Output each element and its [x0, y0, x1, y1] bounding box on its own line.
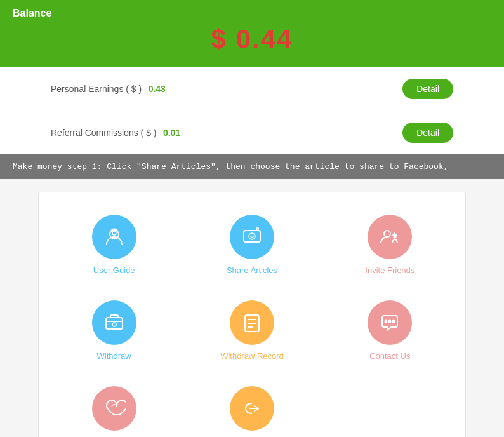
user-guide-label: User Guide	[93, 266, 135, 275]
svg-rect-4	[244, 231, 260, 242]
menu-item-follow-us[interactable]: Follow Us	[45, 377, 183, 437]
referral-label-text: Referral Commissions ( $ )	[51, 128, 156, 138]
menu-item-withdraw[interactable]: Withdraw	[45, 291, 183, 370]
contact-us-label: Contact Us	[369, 351, 410, 361]
referral-value: 0.01	[163, 128, 180, 138]
withdraw-label: Withdraw	[97, 351, 131, 361]
referral-commissions-row: Referral Commissions ( $ ) 0.01 Detail	[51, 111, 453, 154]
svg-rect-10	[106, 318, 123, 329]
balance-amount: $ 0.44	[13, 24, 491, 55]
log-out-icon	[230, 386, 274, 431]
invite-friends-label: Invite Friends	[365, 266, 414, 275]
svg-point-16	[385, 321, 387, 323]
invite-friends-icon	[368, 215, 412, 259]
user-guide-icon	[92, 215, 136, 259]
referral-detail-button[interactable]: Detail	[402, 123, 453, 143]
personal-detail-button[interactable]: Detail	[402, 79, 453, 99]
menu-item-share-articles[interactable]: Share Articles	[183, 205, 321, 285]
earnings-section: Personal Earnings ( $ ) 0.43 Detail Refe…	[0, 67, 504, 154]
follow-us-icon	[92, 386, 136, 431]
header-title: Balance	[13, 8, 491, 19]
withdraw-record-icon	[230, 300, 274, 345]
withdraw-record-label: Withdraw Record	[220, 351, 284, 361]
svg-point-18	[393, 321, 395, 323]
menu-item-log-out[interactable]: Log Out	[183, 377, 321, 437]
contact-us-icon	[368, 300, 412, 345]
menu-item-withdraw-record[interactable]: Withdraw Record	[183, 291, 321, 370]
svg-point-11	[112, 323, 116, 326]
withdraw-icon	[92, 300, 136, 345]
menu-grid: User Guide Share Articles Invite Friends…	[38, 192, 466, 437]
menu-container: User Guide Share Articles Invite Friends…	[0, 179, 504, 437]
menu-item-contact-us[interactable]: Contact Us	[321, 291, 459, 370]
menu-item-invite-friends[interactable]: Invite Friends	[321, 205, 459, 285]
svg-point-1	[112, 231, 116, 235]
personal-earnings-row: Personal Earnings ( $ ) 0.43 Detail	[51, 67, 453, 111]
svg-point-17	[389, 321, 391, 323]
svg-point-6	[384, 231, 390, 237]
share-articles-icon	[230, 215, 274, 259]
personal-label-text: Personal Earnings ( $ )	[51, 84, 142, 94]
share-articles-label: Share Articles	[227, 266, 277, 275]
header: Balance $ 0.44	[0, 0, 504, 67]
banner-text: Make money step 1: Click "Share Articles…	[13, 162, 449, 171]
menu-item-user-guide[interactable]: User Guide	[45, 205, 183, 285]
banner: Make money step 1: Click "Share Articles…	[0, 154, 504, 179]
personal-earnings-label: Personal Earnings ( $ ) 0.43	[51, 83, 166, 95]
personal-value: 0.43	[149, 84, 166, 94]
referral-earnings-label: Referral Commissions ( $ ) 0.01	[51, 127, 180, 138]
